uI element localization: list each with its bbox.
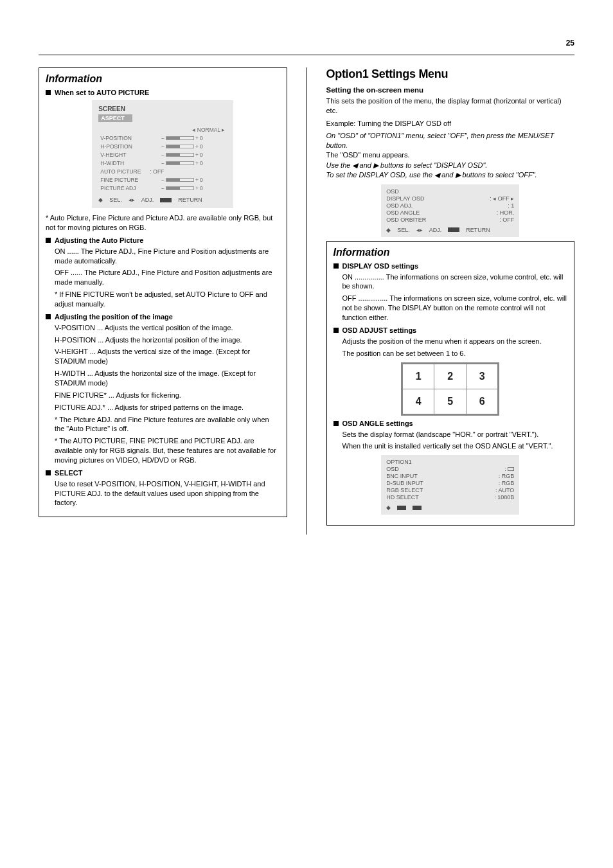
step3-suffix: buttons to select "DISPLAY OSD". xyxy=(380,161,487,169)
setting-osd-para: This sets the position of the menu, the … xyxy=(326,96,575,116)
bullet-square-icon xyxy=(333,263,339,269)
row-vheight-label: V-HEIGHT xyxy=(100,151,159,158)
heading-osd-angle: OSD ANGLE settings xyxy=(342,420,413,427)
osd-row-angle-val: HOR. xyxy=(500,209,515,216)
osd-row-adj-label: OSD ADJ. xyxy=(386,202,413,209)
bullet-display-osd: DISPLAY OSD settings xyxy=(333,262,568,270)
grid-cell-3: 3 xyxy=(466,363,499,389)
page-number: 25 xyxy=(566,39,574,48)
aspect-arrow-right-icon: ▸ xyxy=(222,127,225,133)
step-osd-1: On "OSD" of "OPTION1" menu, select "OFF"… xyxy=(326,132,555,149)
step4-prefix: To set the DISPLAY OSD, use the xyxy=(326,171,435,179)
osd-position-grid: 123 456 xyxy=(401,362,499,416)
vert-row-dsub-label: D-SUB INPUT xyxy=(386,480,423,486)
row-vpos-value: 0 xyxy=(200,135,203,141)
vert-row-bnc-val: RGB xyxy=(502,473,515,479)
off-label: OFF xyxy=(55,269,69,276)
bullet-square-icon xyxy=(46,470,51,475)
vert-row-hd-label: HD SELECT xyxy=(386,494,419,500)
grid-cell-6: 6 xyxy=(466,389,499,414)
bullet-square-icon xyxy=(46,238,51,243)
osd-row-adj-val: 1 xyxy=(511,202,514,209)
vert-row-dsub-val: RGB xyxy=(502,480,515,486)
vert-row-rgb-val: AUTO xyxy=(498,487,514,493)
osd-ret: RETURN xyxy=(466,227,490,233)
osd-row-orb-label: OSD ORBITER xyxy=(386,217,426,223)
option1-vertical-menu-panel: OPTION1 OSD: BNC INPUT: RGB D-SUB INPUT:… xyxy=(381,455,519,515)
off-desc: The Picture ADJ., Fine Picture and Posit… xyxy=(55,269,272,286)
adj-label: ADJ. xyxy=(141,197,154,203)
osd-row-angle-label: OSD ANGLE xyxy=(386,209,420,216)
vert-row-bnc-label: BNC INPUT xyxy=(386,473,418,479)
heading-osd-adjust: OSD ADJUST settings xyxy=(342,326,417,334)
ret-label: RETURN xyxy=(178,197,202,203)
top-border xyxy=(39,55,574,55)
finepic-label2: FINE PICTURE* xyxy=(55,391,107,399)
aspect-arrow-left-icon: ◂ xyxy=(192,127,195,133)
bullet-select: SELECT xyxy=(46,469,280,477)
display-osd-off-desc: The informations on screen size, volume … xyxy=(342,294,567,321)
display-osd-on-desc: The informations on screen size, volume … xyxy=(342,273,564,290)
setting-osd-subhead: Setting the on-screen menu xyxy=(326,86,575,94)
column-separator xyxy=(306,67,307,535)
vpos-label: V-POSITION xyxy=(55,324,95,332)
arrow-right-icon: ▶ xyxy=(456,171,461,179)
postnote-1: * The Picture ADJ. and Fine Picture feat… xyxy=(55,415,280,434)
on-label: ON xyxy=(55,247,66,255)
vert-row-hd-val: 1080B xyxy=(497,494,514,500)
osd-row-display-val: OFF xyxy=(498,195,510,202)
bullet-osd-angle: OSD ANGLE settings xyxy=(333,420,568,427)
display-osd-off-label: OFF xyxy=(342,294,357,302)
row-hwidth-value: 0 xyxy=(200,160,203,166)
heading-display-osd: DISPLAY OSD settings xyxy=(342,262,419,270)
osd-sel: SEL. xyxy=(397,227,410,233)
osd-adjust-body2: The position can be set between 1 to 6. xyxy=(342,349,568,359)
bullet-autopicture: When set to AUTO PICTURE xyxy=(46,89,280,96)
info-title-right: Information xyxy=(333,247,568,258)
row-hpos-label: H-POSITION xyxy=(100,143,159,150)
bullet-adjusting-pos: Adjusting the position of the image xyxy=(46,313,280,321)
heading-adjusting-pos: Adjusting the position of the image xyxy=(55,313,173,321)
grid-cell-4: 4 xyxy=(402,389,434,414)
information-box-right: Information DISPLAY OSD settings ON ....… xyxy=(326,241,575,526)
hwidth-label2: H-WIDTH xyxy=(55,369,85,377)
arrow-left-icon: ◀ xyxy=(434,171,440,179)
heading-autopicture: When set to AUTO PICTURE xyxy=(55,89,149,96)
bullet-square-icon xyxy=(46,314,51,319)
osd-angle-body: Sets the display format (landscape "HOR.… xyxy=(342,430,568,439)
vert-row-osd-label: OSD xyxy=(386,466,399,472)
sel-label: SEL. xyxy=(109,197,122,203)
step3-mid: and xyxy=(360,161,373,169)
row-hpos-value: 0 xyxy=(200,143,203,150)
grid-cell-2: 2 xyxy=(434,363,466,389)
option1-heading: Option1 Settings Menu xyxy=(326,67,575,81)
vheight-label2: V-HEIGHT xyxy=(55,348,88,355)
step4-suffix: buttons to select "OFF". xyxy=(463,171,537,179)
menu-highlighted-item: ASPECT xyxy=(98,114,132,122)
osd-angle-body2: When the unit is installed vertically se… xyxy=(342,441,568,451)
on-desc: The Picture ADJ., Fine Picture and Posit… xyxy=(55,247,269,265)
autopicture-footnote: * Auto Picture, Fine Picture and Picture… xyxy=(46,213,280,233)
grid-cell-1: 1 xyxy=(402,363,434,389)
finepic-desc: Adjusts for flickering. xyxy=(116,391,181,399)
osd-menu-title: OSD xyxy=(386,188,514,195)
vert-menu-title: OPTION1 xyxy=(386,459,514,465)
osd-row-orb-val: OFF xyxy=(502,217,514,223)
example-text: Example: Turning the DISPLAY OSD off xyxy=(326,120,575,127)
osd-menu-panel: OSD DISPLAY OSD: ◂ OFF ▸ OSD ADJ.: 1 OSD… xyxy=(381,184,519,237)
row-vheight-value: 0 xyxy=(200,152,203,158)
picadj-label2: PICTURE ADJ.* xyxy=(55,403,105,411)
step3-prefix: Use the xyxy=(326,161,353,169)
screen-menu-title: SCREEN xyxy=(98,105,227,112)
heading-adjusting-auto: Adjusting the Auto Picture xyxy=(55,236,143,244)
postnote-2: * The AUTO PICTURE, FINE PICTURE and PIC… xyxy=(55,436,280,465)
bullet-osd-adjust: OSD ADJUST settings xyxy=(333,326,568,334)
step4-mid: and xyxy=(441,171,455,179)
row-hwidth-label: H-WIDTH xyxy=(100,159,159,166)
osd-adj: ADJ. xyxy=(429,227,442,233)
bullet-square-icon xyxy=(333,421,339,426)
bullet-square-icon xyxy=(46,90,51,95)
heading-select: SELECT xyxy=(55,469,82,477)
row-picadj-label: PICTURE ADJ xyxy=(100,184,159,191)
information-box-left: Information When set to AUTO PICTURE SCR… xyxy=(39,67,287,517)
